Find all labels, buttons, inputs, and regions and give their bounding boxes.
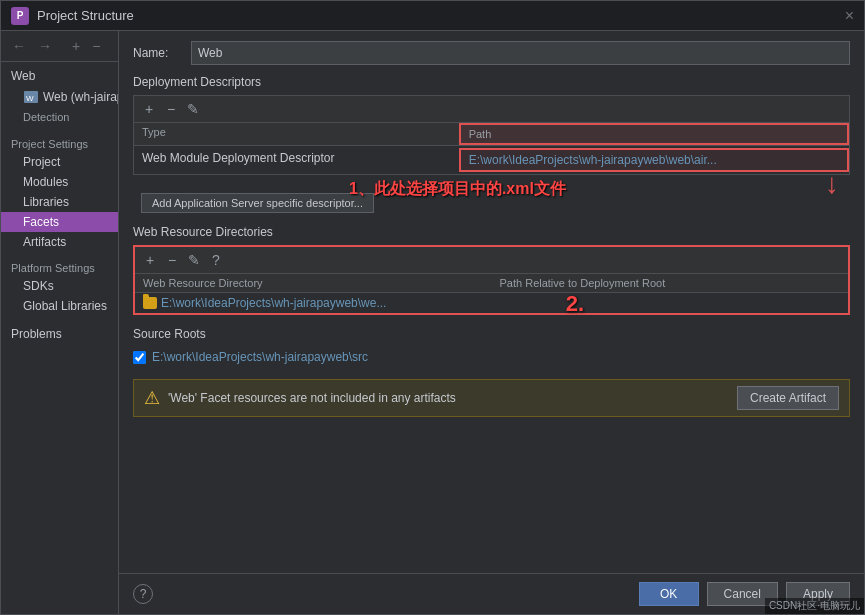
wr-edit-btn[interactable]: ✎ — [185, 251, 203, 269]
add-item-button[interactable]: + — [69, 37, 83, 55]
title-bar: P Project Structure × — [1, 1, 864, 31]
sidebar-item-libraries[interactable]: Libraries — [1, 192, 118, 212]
nav-back-button[interactable]: ← — [9, 37, 29, 55]
add-descriptor-btn[interactable]: Add Application Server specific descript… — [141, 193, 374, 213]
warning-left: ⚠ 'Web' Facet resources are not included… — [144, 387, 456, 409]
watermark: CSDN社区·电脑玩儿 — [765, 598, 864, 614]
dd-remove-btn[interactable]: − — [162, 100, 180, 118]
create-artifact-btn[interactable]: Create Artifact — [737, 386, 839, 410]
web-module-icon: W — [23, 89, 39, 105]
ok-button[interactable]: OK — [639, 582, 699, 606]
sidebar-detection: Detection — [1, 108, 118, 126]
remove-item-button[interactable]: − — [89, 37, 103, 55]
dd-toolbar: + − ✎ — [134, 96, 849, 123]
dd-edit-btn[interactable]: ✎ — [184, 100, 202, 118]
sidebar-item-web-sub[interactable]: W Web (wh-jairapayw... — [1, 86, 118, 108]
add-descriptor-row: Add Application Server specific descript… — [133, 187, 850, 219]
sidebar-item-facets[interactable]: Facets — [1, 212, 118, 232]
name-label: Name: — [133, 46, 183, 60]
source-root-row: E:\work\IdeaProjects\wh-jairapayweb\src — [133, 347, 850, 367]
project-settings-label: Project Settings — [1, 134, 118, 152]
wr-table-row[interactable]: E:\work\IdeaProjects\wh-jairapayweb\we..… — [135, 293, 848, 313]
warning-icon: ⚠ — [144, 387, 160, 409]
wr-remove-btn[interactable]: − — [163, 251, 181, 269]
wr-table-header: Web Resource Directory Path Relative to … — [135, 274, 848, 293]
wr-section: + − ✎ ? Web Resource Directory Path Rela… — [133, 245, 850, 315]
warning-row: ⚠ 'Web' Facet resources are not included… — [133, 379, 850, 417]
sidebar-toolbar: ← → + − — [1, 31, 118, 62]
wr-col-dir-header: Web Resource Directory — [135, 274, 492, 292]
nav-forward-button[interactable]: → — [35, 37, 55, 55]
wr-toolbar: + − ✎ ? — [135, 247, 848, 274]
wr-title: Web Resource Directories — [133, 225, 850, 239]
close-button[interactable]: × — [845, 7, 854, 25]
platform-settings-label: Platform Settings — [1, 258, 118, 276]
wr-help-btn[interactable]: ? — [207, 251, 225, 269]
app-icon: P — [11, 7, 29, 25]
sidebar-item-problems[interactable]: Problems — [1, 324, 118, 344]
right-panel: Name: Deployment Descriptors + − ✎ Type … — [119, 31, 864, 614]
dd-table-row[interactable]: Web Module Deployment Descriptor E:\work… — [134, 146, 849, 174]
bottom-left: ? — [133, 584, 153, 604]
right-panel-body: Name: Deployment Descriptors + − ✎ Type … — [119, 31, 864, 573]
help-button[interactable]: ? — [133, 584, 153, 604]
warning-text: 'Web' Facet resources are not included i… — [168, 391, 456, 405]
wr-add-btn[interactable]: + — [141, 251, 159, 269]
sidebar-item-global-libraries[interactable]: Global Libraries — [1, 296, 118, 316]
sidebar-item-project[interactable]: Project — [1, 152, 118, 172]
sidebar-item-web[interactable]: Web — [1, 66, 118, 86]
dd-col-type-header: Type — [134, 123, 459, 145]
dd-row-type: Web Module Deployment Descriptor — [134, 148, 459, 172]
sidebar-tree: Web W Web (wh-jairapayw... Detection — [1, 62, 118, 614]
dd-table-header: Type Path — [134, 123, 849, 146]
name-field-row: Name: — [133, 41, 850, 65]
deployment-descriptors-section: + − ✎ Type Path Web Module Deployment De… — [133, 95, 850, 175]
source-roots-section: E:\work\IdeaProjects\wh-jairapayweb\src — [133, 347, 850, 367]
source-root-checkbox[interactable] — [133, 351, 146, 364]
bottom-bar: ? OK Cancel Apply — [119, 573, 864, 614]
folder-icon — [143, 297, 157, 309]
sidebar-item-artifacts[interactable]: Artifacts — [1, 232, 118, 252]
sidebar-item-sdks[interactable]: SDKs — [1, 276, 118, 296]
deployment-descriptors-title: Deployment Descriptors — [133, 75, 850, 89]
source-root-label: E:\work\IdeaProjects\wh-jairapayweb\src — [152, 350, 368, 364]
dd-row-path: E:\work\IdeaProjects\wh-jairapayweb\web\… — [459, 148, 849, 172]
sidebar: ← → + − Web W Web (wh-jairapayw... — [1, 31, 119, 614]
name-input[interactable] — [191, 41, 850, 65]
sidebar-item-modules[interactable]: Modules — [1, 172, 118, 192]
dd-add-btn[interactable]: + — [140, 100, 158, 118]
wr-col-path-header: Path Relative to Deployment Root — [492, 274, 849, 292]
dd-col-path-header: Path — [459, 123, 849, 145]
wr-row-dir: E:\work\IdeaProjects\wh-jairapayweb\we..… — [161, 296, 386, 310]
source-roots-title: Source Roots — [133, 327, 850, 341]
window-title: Project Structure — [37, 8, 134, 23]
svg-text:W: W — [26, 94, 34, 103]
